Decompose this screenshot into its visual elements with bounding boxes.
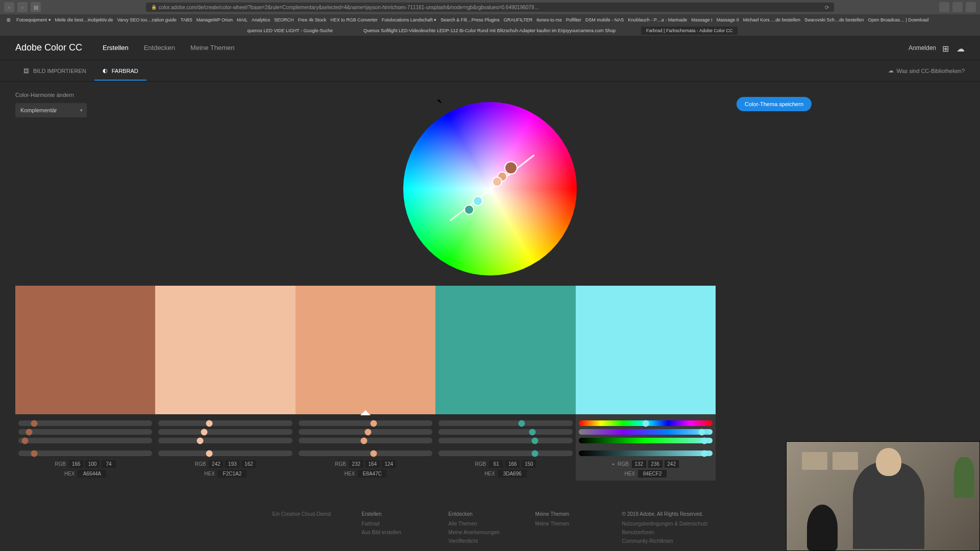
- browser-tab[interactable]: Quenox Softlight LED-Videoleuchte LEDP-1…: [358, 27, 621, 35]
- rgb-r-input[interactable]: [69, 460, 83, 468]
- tabs-icon[interactable]: [966, 2, 976, 12]
- slider[interactable]: [18, 429, 152, 435]
- apps-icon[interactable]: ⊞: [5, 16, 12, 23]
- rgb-b-input[interactable]: [382, 460, 396, 468]
- nav-tab-explore[interactable]: Entdecken: [144, 44, 175, 52]
- harmony-select[interactable]: Komplementär: [15, 103, 87, 117]
- footer-link[interactable]: Aus Bild erstellen: [362, 530, 418, 535]
- rgb-g-input[interactable]: [505, 460, 520, 468]
- hex-input[interactable]: [498, 470, 527, 478]
- slider[interactable]: [299, 450, 432, 456]
- slider[interactable]: [158, 450, 292, 456]
- bookmark-item[interactable]: Knoblauch - P…a - Marinade: [628, 17, 687, 22]
- login-link[interactable]: Anmelden: [909, 44, 936, 52]
- hue-slider[interactable]: [579, 420, 713, 426]
- rgb-b-input[interactable]: [102, 460, 116, 468]
- slider[interactable]: [299, 420, 432, 426]
- bookmark-item[interactable]: Varvy SEO too…zation guide: [117, 17, 176, 22]
- slider[interactable]: [158, 429, 292, 435]
- bookmark-item[interactable]: SEORCH: [274, 17, 294, 22]
- hex-input[interactable]: [218, 470, 247, 478]
- footer-link[interactable]: Nutzungsbedingungen & Datenschutz: [622, 521, 708, 527]
- rgb-r-input[interactable]: [349, 460, 363, 468]
- bookmark-item[interactable]: HEX to RGB Converter: [330, 17, 378, 22]
- color-wheel[interactable]: [403, 102, 577, 276]
- footer-link[interactable]: Alle Themen: [449, 521, 505, 527]
- slider[interactable]: [299, 438, 432, 443]
- rgb-mode-toggle[interactable]: ▸: [612, 462, 615, 466]
- bookmark-item[interactable]: Search & Filt…Press Plugins: [440, 17, 500, 22]
- cc-libraries-info[interactable]: ☁ Was sind CC-Bibliotheken?: [888, 67, 965, 74]
- bright-slider[interactable]: [579, 450, 713, 456]
- sidebar-button[interactable]: ▤: [31, 2, 41, 12]
- footer-link[interactable]: Benutzerforen: [622, 530, 708, 535]
- back-button[interactable]: ‹: [4, 2, 14, 12]
- slider[interactable]: [158, 438, 292, 443]
- rgb-b-input[interactable]: [665, 460, 679, 468]
- rgb-g-input[interactable]: [648, 460, 663, 468]
- slider[interactable]: [18, 438, 152, 443]
- footer-link[interactable]: Meine Themen: [535, 521, 592, 527]
- bookmark-item[interactable]: Fotoequipment ▾: [16, 17, 51, 22]
- slider[interactable]: [438, 420, 572, 426]
- footer-link[interactable]: Community-Richtlinien: [622, 538, 708, 544]
- footer-link[interactable]: Veröffentlicht: [449, 538, 505, 544]
- bookmark-item[interactable]: Analytics: [252, 17, 270, 22]
- footer-link[interactable]: Meine Anerkennungen: [449, 530, 505, 535]
- slider[interactable]: [18, 420, 152, 426]
- bookmark-item[interactable]: Open Broadcas… | Download: [868, 17, 928, 22]
- slider[interactable]: [438, 438, 572, 443]
- slider[interactable]: [438, 429, 572, 435]
- extension-icon[interactable]: [939, 2, 949, 12]
- save-theme-button[interactable]: Color-Thema speichern: [737, 97, 812, 111]
- rgb-g-input[interactable]: [225, 460, 239, 468]
- bookmark-item[interactable]: DSM mobile - NAS: [585, 17, 624, 22]
- bookmark-item[interactable]: Miele die best…inobjektiv.de: [55, 17, 113, 22]
- tab-import-image[interactable]: 🖼 BILD IMPORTIEREN: [15, 62, 94, 80]
- slider[interactable]: [438, 450, 572, 456]
- reload-icon[interactable]: ⟳: [825, 5, 829, 10]
- swatch[interactable]: [155, 286, 295, 414]
- browser-tab[interactable]: quenox LED VIDE LIGHT - Google-Suche: [242, 27, 338, 35]
- cloud-icon[interactable]: ☁: [957, 44, 965, 52]
- bookmark-item[interactable]: GRAUFILTER: [504, 17, 532, 22]
- bookmark-item[interactable]: TABS: [181, 17, 192, 22]
- bookmark-item[interactable]: MAIL: [237, 17, 248, 22]
- swatch[interactable]: [15, 286, 155, 414]
- bookmark-item[interactable]: Swarovski Sch…de bestellen: [804, 17, 864, 22]
- hex-input[interactable]: [78, 470, 106, 478]
- sat-slider[interactable]: [579, 429, 713, 435]
- bookmark-item[interactable]: Fotolocations Landschaft ▾: [382, 17, 437, 22]
- hex-input[interactable]: [358, 470, 386, 478]
- browser-tab[interactable]: Farbrad | Farbschemata - Adobe Color CC: [641, 27, 738, 35]
- bookmark-item[interactable]: itunes-to-rss: [536, 17, 562, 22]
- bookmark-item[interactable]: Free 4k Stock: [298, 17, 327, 22]
- rgb-r-input[interactable]: [209, 460, 223, 468]
- nav-tab-create[interactable]: Erstellen: [103, 44, 129, 52]
- swatch[interactable]: [576, 286, 716, 414]
- wheel-handle[interactable]: [464, 205, 474, 215]
- rgb-g-input[interactable]: [365, 460, 380, 468]
- slider[interactable]: [299, 429, 432, 435]
- nav-tab-themes[interactable]: Meine Themen: [190, 44, 234, 52]
- bookmark-item[interactable]: Polfilter: [566, 17, 581, 22]
- wheel-handle[interactable]: [504, 161, 518, 174]
- share-icon[interactable]: [952, 2, 963, 12]
- rgb-r-input[interactable]: [632, 460, 646, 468]
- tab-color-wheel[interactable]: ◐ FARBRAD: [94, 61, 146, 80]
- rgb-g-input[interactable]: [85, 460, 100, 468]
- slider[interactable]: [18, 450, 152, 456]
- val-slider[interactable]: [579, 438, 713, 443]
- url-bar[interactable]: 🔒 color.adobe.com/de/create/color-wheel/…: [146, 3, 834, 12]
- rgb-r-input[interactable]: [489, 460, 503, 468]
- rgb-b-input[interactable]: [241, 460, 256, 468]
- bookmark-item[interactable]: Massage II: [717, 17, 739, 22]
- hex-input[interactable]: [638, 470, 667, 478]
- slider[interactable]: [158, 420, 292, 426]
- bookmark-item[interactable]: Michael Kors …de bestellen: [743, 17, 800, 22]
- rgb-b-input[interactable]: [522, 460, 536, 468]
- swatch[interactable]: [435, 286, 575, 414]
- wheel-handle[interactable]: [473, 196, 483, 206]
- footer-link[interactable]: Farbrad: [362, 521, 418, 527]
- bookmark-item[interactable]: ManageWP Orion: [197, 17, 233, 22]
